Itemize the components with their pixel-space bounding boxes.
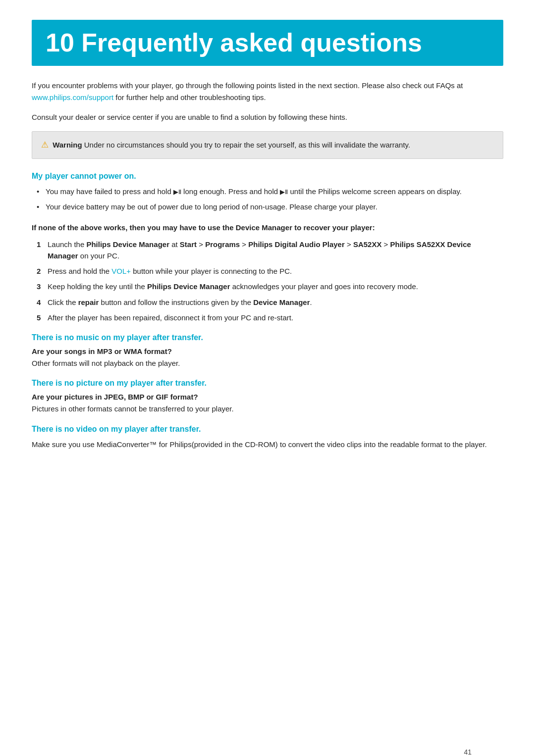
section-video-heading: There is no video on my player after tra…	[32, 425, 503, 434]
recover-step-2: 2 Press and hold the VOL+ button while y…	[37, 265, 503, 277]
intro-para2: Consult your dealer or service center if…	[32, 111, 503, 123]
warning-box: ⚠ Warning Under no circumstances should …	[32, 131, 503, 159]
section-video: There is no video on my player after tra…	[32, 425, 503, 450]
picture-sub-heading: Are your pictures in JPEG, BMP or GIF fo…	[32, 393, 503, 401]
video-sub-text: Make sure you use MediaConverter™ for Ph…	[32, 439, 503, 450]
section-power: My player cannot power on. You may have …	[32, 172, 503, 213]
page-header: 10 Frequently asked questions	[32, 20, 503, 66]
recover-step-1: 1 Launch the Philips Device Manager at S…	[37, 239, 503, 262]
philips-support-link[interactable]: www.philips.com/support	[32, 93, 113, 101]
warning-icon: ⚠	[41, 140, 49, 150]
intro-para1: If you encounter problems with your play…	[32, 80, 503, 103]
play-pause-icon-1: ▶Ⅱ	[173, 187, 181, 197]
recover-step-3: 3 Keep holding the key until the Philips…	[37, 281, 503, 292]
music-sub-heading: Are your songs in MP3 or WMA format?	[32, 347, 503, 355]
vol-plus-text: VOL+	[111, 267, 131, 275]
section-picture-heading: There is no picture on my player after t…	[32, 379, 503, 388]
recover-steps-list: 1 Launch the Philips Device Manager at S…	[32, 239, 503, 324]
music-sub-text: Other formats will not playback on the p…	[32, 357, 503, 369]
section-power-heading: My player cannot power on.	[32, 172, 503, 181]
warning-body: Under no circumstances should you try to…	[84, 141, 410, 149]
page-title: 10 Frequently asked questions	[46, 29, 489, 57]
recover-step-5: 5 After the player has been repaired, di…	[37, 312, 503, 323]
play-pause-icon-2: ▶Ⅱ	[280, 187, 288, 197]
bullet-power-2: Your device battery may be out of power …	[37, 201, 503, 212]
page-number: 41	[464, 748, 472, 756]
bullet-power-1: You may have failed to press and hold ▶Ⅱ…	[37, 186, 503, 197]
recover-heading: If none of the above works, then you may…	[32, 222, 503, 234]
recover-step-4: 4 Click the repair button and follow the…	[37, 297, 503, 308]
power-bullet-list: You may have failed to press and hold ▶Ⅱ…	[32, 186, 503, 213]
picture-sub-text: Pictures in other formats cannot be tran…	[32, 403, 503, 414]
section-picture: There is no picture on my player after t…	[32, 379, 503, 414]
section-music-heading: There is no music on my player after tra…	[32, 333, 503, 342]
section-music: There is no music on my player after tra…	[32, 333, 503, 369]
warning-label: Warning	[53, 141, 82, 149]
section-recover: If none of the above works, then you may…	[32, 222, 503, 323]
